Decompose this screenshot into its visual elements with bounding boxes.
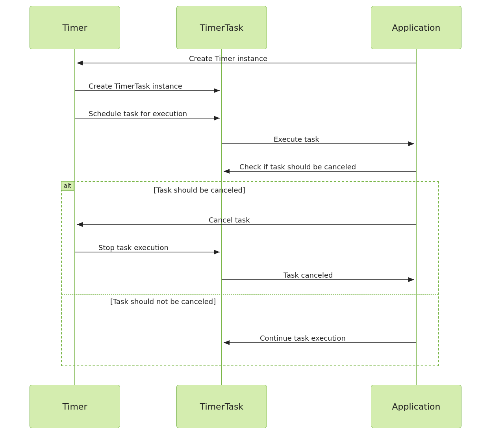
label-create-timer: Create Timer instance <box>189 54 267 63</box>
actor-application-top-label: Application <box>392 23 441 33</box>
actor-timer-bottom: Timer <box>30 385 120 428</box>
label-execute-task: Execute task <box>274 135 319 143</box>
label-schedule-task: Schedule task for execution <box>89 109 187 118</box>
actor-timertask-bottom-label: TimerTask <box>200 402 243 412</box>
label-stop-task: Stop task execution <box>98 243 169 252</box>
actor-timer-top: Timer <box>30 6 120 49</box>
sequence-diagram: Timer TimerTask Application Timer TimerT… <box>0 0 504 434</box>
label-continue-task: Continue task execution <box>260 334 346 342</box>
alt-label: alt <box>61 181 74 191</box>
svg-marker-12 <box>224 169 230 174</box>
alt-frame <box>61 181 439 366</box>
svg-marker-8 <box>214 116 220 121</box>
alt-condition-1: [Task should be canceled] <box>154 186 245 194</box>
label-create-timertask: Create TimerTask instance <box>89 82 182 90</box>
svg-marker-4 <box>77 61 83 65</box>
alt-condition-2: [Task should not be canceled] <box>110 297 216 306</box>
label-cancel-task: Cancel task <box>209 216 250 224</box>
actor-timer-top-label: Timer <box>63 23 87 33</box>
actor-application-bottom-label: Application <box>392 402 441 412</box>
alt-divider <box>62 294 438 295</box>
actor-timertask-bottom: TimerTask <box>176 385 267 428</box>
label-task-canceled: Task canceled <box>284 271 333 279</box>
label-check-cancel: Check if task should be canceled <box>239 163 356 171</box>
actor-timer-bottom-label: Timer <box>63 402 87 412</box>
svg-marker-10 <box>408 141 414 146</box>
actor-timertask-top: TimerTask <box>176 6 267 49</box>
actor-timertask-top-label: TimerTask <box>200 23 243 33</box>
svg-marker-6 <box>214 88 220 93</box>
actor-application-top: Application <box>371 6 461 49</box>
actor-application-bottom: Application <box>371 385 461 428</box>
